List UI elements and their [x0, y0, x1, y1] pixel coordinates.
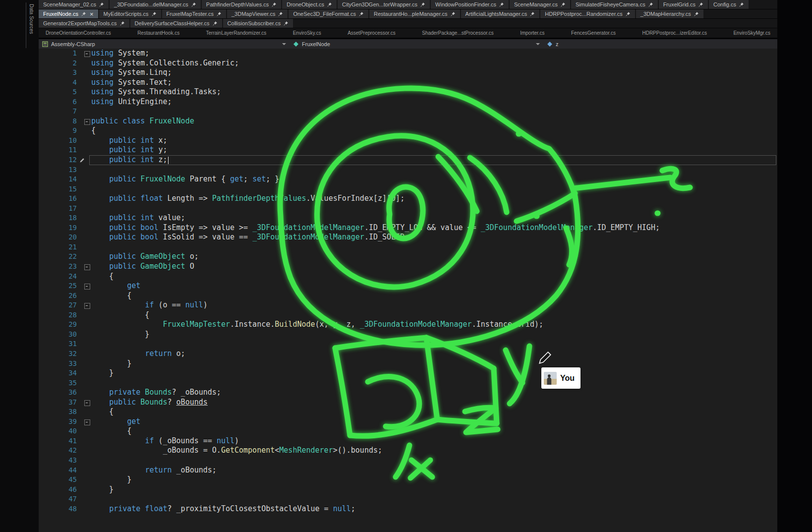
- code-line: 12 public int z;: [39, 155, 777, 165]
- pin-icon[interactable]: [271, 2, 277, 7]
- line-number: 44: [39, 466, 77, 475]
- file-tab[interactable]: TerrainLayerRandomizer.cs: [202, 28, 271, 38]
- file-tab[interactable]: DroneOrientationController.cs: [42, 28, 115, 38]
- file-tab[interactable]: Generator2ExportMapTools.cs: [39, 19, 129, 28]
- pin-icon[interactable]: [739, 2, 744, 7]
- pin-icon[interactable]: [560, 2, 566, 7]
- code-line: 25 get: [39, 281, 777, 291]
- code-text: using System.Linq;: [91, 68, 172, 78]
- file-tab[interactable]: CityGen3DGen...torWrapper.cs: [338, 0, 430, 9]
- file-tab[interactable]: SimulatedFisheyeCamera.cs: [571, 0, 658, 9]
- file-tab[interactable]: SceneManager.cs: [510, 0, 570, 9]
- pin-icon[interactable]: [81, 11, 86, 17]
- file-tab[interactable]: CollisionSubscriber.cs: [223, 19, 293, 28]
- tab-row-3: Generator2ExportMapTools.csDeliverySurfa…: [39, 19, 777, 28]
- breadcrumb-member-dropdown[interactable]: z: [543, 39, 562, 49]
- file-tab-label: AssetPreprocessor.cs: [348, 30, 396, 36]
- file-tab-label: EnviroSkyMgr.cs: [733, 30, 770, 36]
- file-tab[interactable]: Importer.cs: [516, 28, 548, 38]
- fold-toggle[interactable]: [84, 303, 90, 309]
- code-line: 32 return o;: [39, 349, 777, 359]
- file-tab[interactable]: EnviroSkyMgr.cs: [729, 28, 774, 38]
- pin-icon[interactable]: [99, 2, 104, 7]
- file-tab-label: _3DFoundatio...delManager.cs: [114, 1, 188, 7]
- pin-icon[interactable]: [420, 2, 425, 7]
- file-tab[interactable]: OneSec3D_FileFormat.cs: [289, 9, 368, 18]
- tool-tab-data-sources[interactable]: Data Sources: [26, 2, 37, 48]
- code-text: public int y;: [91, 145, 168, 155]
- file-tab-label: FruxelNode.cs: [43, 11, 78, 17]
- code-line: 14 public FruxelNode Parent { get; set; …: [39, 175, 777, 184]
- code-editor[interactable]: 1using System;2using System.Collections.…: [39, 49, 777, 532]
- code-line: 37 public Bounds? oBounds: [39, 398, 777, 408]
- file-tab[interactable]: ArtificialLightsManager.cs: [461, 9, 540, 18]
- file-tab[interactable]: DroneObject.cs: [282, 0, 337, 9]
- fold-toggle[interactable]: [84, 284, 90, 290]
- file-tab[interactable]: PathfinderDepthValues.cs: [202, 0, 281, 9]
- file-tab[interactable]: FencesGenerator.cs: [567, 28, 620, 38]
- file-tab-label: Importer.cs: [520, 30, 544, 36]
- file-tab[interactable]: DeliverySurfaceClassHelper.cs: [130, 19, 222, 28]
- fold-toggle[interactable]: [84, 51, 90, 57]
- code-line: 8public class FruxelNode: [39, 117, 777, 126]
- annotator-avatar: [544, 372, 557, 385]
- fold-toggle[interactable]: [84, 119, 90, 125]
- pin-icon[interactable]: [625, 11, 631, 17]
- breadcrumb-project-label: Assembly-CSharp: [51, 41, 95, 47]
- file-tab[interactable]: RestaurantHook.cs: [133, 28, 183, 38]
- file-tab[interactable]: EnviroSky.cs: [289, 28, 325, 38]
- pin-icon[interactable]: [212, 21, 218, 26]
- fold-toggle[interactable]: [84, 264, 90, 270]
- file-tab[interactable]: FruxelGrid.cs: [659, 0, 708, 9]
- pin-icon[interactable]: [191, 2, 196, 7]
- close-icon[interactable]: ×: [90, 11, 94, 17]
- code-line: 26 {: [39, 291, 777, 301]
- pin-icon[interactable]: [529, 11, 535, 17]
- code-text: using System.Threading.Tasks;: [91, 87, 221, 97]
- pin-icon[interactable]: [694, 11, 699, 17]
- file-tab-label: DeliverySurfaceClassHelper.cs: [135, 20, 210, 26]
- code-line: 7: [39, 107, 777, 117]
- file-tab[interactable]: Config.cs: [709, 0, 749, 9]
- code-line: 20 public bool IsSolid => value == _3DFo…: [39, 233, 777, 242]
- file-tab[interactable]: _3DFoundatio...delManager.cs: [110, 0, 201, 9]
- line-number: 48: [39, 504, 77, 514]
- pin-icon[interactable]: [450, 11, 456, 17]
- file-tab[interactable]: SceneManager_02.cs: [39, 0, 109, 9]
- fold-toggle[interactable]: [84, 400, 90, 406]
- file-tab[interactable]: FruxelNode.cs×: [39, 9, 98, 18]
- pin-icon[interactable]: [327, 2, 332, 7]
- breadcrumb-type-dropdown[interactable]: FruxelNode: [290, 39, 543, 49]
- line-number: 22: [39, 252, 77, 262]
- file-tab[interactable]: _3DMapHierarchy.cs: [636, 9, 703, 18]
- line-number: 46: [39, 485, 77, 495]
- pin-icon[interactable]: [283, 21, 289, 26]
- line-number: 27: [39, 300, 77, 310]
- file-tab[interactable]: MyEditorScripts.cs: [99, 9, 161, 18]
- file-tab[interactable]: HDRPPostproc...Randomizer.cs: [540, 9, 635, 18]
- pin-icon[interactable]: [358, 11, 364, 17]
- pin-icon[interactable]: [648, 2, 653, 7]
- file-tab[interactable]: WindowPositionFinder.cs: [431, 0, 509, 9]
- file-tab[interactable]: FruxelMapTester.cs: [162, 9, 226, 18]
- file-tab[interactable]: ShaderPackage...stProcessor.cs: [418, 28, 498, 38]
- pin-icon[interactable]: [499, 2, 504, 7]
- fold-toggle[interactable]: [84, 419, 90, 425]
- tab-row-1: SceneManager_02.cs_3DFoundatio...delMana…: [39, 0, 777, 9]
- file-tab-label: ArtificialLightsManager.cs: [465, 11, 527, 17]
- line-number: 32: [39, 349, 77, 359]
- file-tab-label: RestaurantHo...pleManager.cs: [374, 11, 448, 17]
- file-tab[interactable]: RestaurantHo...pleManager.cs: [369, 9, 460, 18]
- pin-icon[interactable]: [216, 11, 222, 17]
- code-line: 19 public bool IsEmpty => value >= _3DFo…: [39, 223, 777, 233]
- file-tab[interactable]: HDRPPostproc...izerEditor.cs: [638, 28, 711, 38]
- code-line: 45 }: [39, 475, 777, 485]
- pin-icon[interactable]: [119, 21, 125, 26]
- file-tab[interactable]: AssetPreprocessor.cs: [344, 28, 400, 38]
- pin-icon[interactable]: [151, 11, 157, 17]
- code-line: 31: [39, 339, 777, 349]
- pin-icon[interactable]: [698, 2, 703, 7]
- pin-icon[interactable]: [278, 11, 283, 17]
- breadcrumb-project-dropdown[interactable]: Assembly-CSharp: [39, 39, 290, 49]
- file-tab[interactable]: _3DMapViewer.cs: [227, 9, 288, 18]
